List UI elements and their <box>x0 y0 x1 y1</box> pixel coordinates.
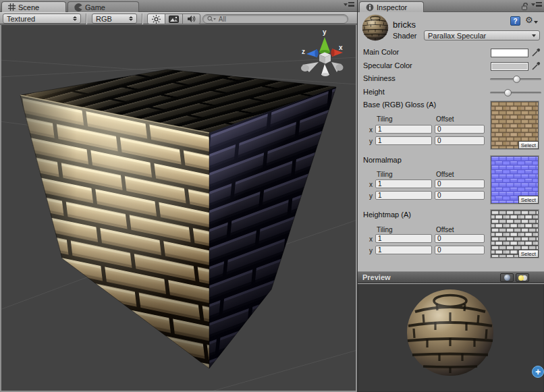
tab-scene[interactable]: Scene <box>1 1 66 12</box>
search-icon <box>207 16 216 22</box>
menu-lines-icon <box>536 2 542 7</box>
normalmap-thumbnail[interactable]: Select <box>491 156 539 204</box>
material-name: bricks <box>393 20 416 30</box>
gizmo-z-label: z <box>302 48 305 55</box>
color-channel-dropdown[interactable]: RGB <box>92 13 137 24</box>
game-icon <box>74 3 82 11</box>
base-offset-x-input[interactable] <box>435 125 485 134</box>
normalmap-select-button[interactable]: Select <box>518 196 539 204</box>
main-color-label: Main Color <box>363 48 399 56</box>
scene-viewport[interactable]: y z x <box>0 25 357 392</box>
heightmap-label: Heightmap (A) <box>363 211 411 219</box>
gizmo-y-label: y <box>323 28 327 36</box>
x-axis-label: x <box>369 181 373 188</box>
heightmap-select-button[interactable]: Select <box>518 250 539 258</box>
shininess-label: Shininess <box>363 74 396 82</box>
base-select-button[interactable]: Select <box>518 141 539 149</box>
scene-tabbar: Scene Game <box>0 0 357 12</box>
skybox-toggle-button[interactable] <box>165 13 183 24</box>
x-axis-label: x <box>369 235 373 243</box>
scene-grid-icon <box>8 3 16 11</box>
lock-icon[interactable] <box>521 2 529 11</box>
shader-value: Parallax Specular <box>428 32 529 40</box>
eyedropper-icon[interactable] <box>531 61 541 71</box>
tiling-header: Tiling <box>377 115 393 123</box>
color-channel-value: RGB <box>96 15 126 23</box>
gear-icon[interactable]: ⚙ <box>525 15 538 25</box>
height-offset-x-input[interactable] <box>435 234 485 243</box>
toolbar-separator <box>142 13 142 24</box>
preview-lighting-button[interactable] <box>516 273 529 282</box>
height-tiling-y-input[interactable] <box>375 246 432 254</box>
height-slider[interactable] <box>490 92 541 94</box>
updown-arrows-icon <box>73 16 77 21</box>
audio-toggle-button[interactable] <box>182 13 200 24</box>
speaker-icon <box>187 15 196 23</box>
inspector-body: bricks Shader Parallax Specular ? ⚙ Main… <box>358 12 544 271</box>
height-slider-knob[interactable] <box>504 89 512 96</box>
base-texture-label: Base (RGB) Gloss (A) <box>363 101 436 109</box>
material-preview-thumbnail <box>362 14 389 41</box>
eyedropper-icon[interactable] <box>531 48 541 57</box>
tab-inspector[interactable]: Inspector <box>359 1 424 12</box>
image-icon <box>169 16 179 23</box>
info-icon <box>366 3 374 11</box>
base-offset-y-input[interactable] <box>435 136 485 145</box>
scene-panel: Scene Game Textured RGB <box>0 0 357 392</box>
scene-toggle-group <box>147 13 200 24</box>
shader-dropdown[interactable]: Parallax Specular <box>424 30 540 40</box>
normal-offset-y-input[interactable] <box>435 191 485 200</box>
render-mode-value: Textured <box>7 15 70 23</box>
shininess-slider-knob[interactable] <box>513 76 520 83</box>
preview-area[interactable]: + <box>358 284 544 392</box>
render-mode-dropdown[interactable]: Textured <box>3 13 81 24</box>
height-label: Height <box>363 88 385 96</box>
heightmap-thumbnail[interactable]: Select <box>491 210 539 258</box>
normal-tiling-y-input[interactable] <box>375 191 432 200</box>
normal-offset-x-input[interactable] <box>435 179 485 188</box>
dropdown-triangle-icon <box>534 21 538 24</box>
y-axis-label: y <box>369 247 373 254</box>
dropdown-triangle-icon <box>531 3 535 6</box>
normal-tiling-x-input[interactable] <box>375 179 432 188</box>
help-icon[interactable]: ? <box>510 16 520 26</box>
inspector-panel: Inspector bricks Shader Parallax Specula… <box>358 0 544 392</box>
base-tiling-y-input[interactable] <box>375 136 432 145</box>
inspector-menu-icon[interactable] <box>531 2 542 7</box>
lighting-toggle-button[interactable] <box>147 13 165 24</box>
sun-icon <box>152 15 161 24</box>
preview-header[interactable]: Preview <box>358 271 544 283</box>
offset-header: Offset <box>436 115 454 123</box>
tab-scene-label: Scene <box>18 3 39 11</box>
preview-sphere-button[interactable] <box>500 273 514 282</box>
dropdown-triangle-icon <box>532 34 536 37</box>
scene-search-field[interactable] <box>202 14 348 24</box>
main-color-swatch[interactable] <box>491 49 528 57</box>
normalmap-label: Normalmap <box>363 156 402 164</box>
tab-inspector-label: Inspector <box>377 3 407 11</box>
gizmo-x-label: x <box>339 44 343 51</box>
scene-tab-menu-icon[interactable] <box>344 2 354 7</box>
height-tiling-x-input[interactable] <box>375 234 432 243</box>
scene-3d-view: y z x <box>0 25 357 392</box>
shininess-slider[interactable] <box>490 78 541 80</box>
y-axis-label: y <box>369 138 373 145</box>
y-axis-label: y <box>369 192 373 200</box>
preview-title: Preview <box>362 273 391 281</box>
specular-color-swatch[interactable] <box>491 62 528 71</box>
specular-color-label: Specular Color <box>363 61 412 69</box>
unity-editor-window: Scene Game Textured RGB <box>0 0 544 392</box>
scene-toolbar: Textured RGB <box>0 12 357 24</box>
height-offset-y-input[interactable] <box>435 246 485 254</box>
add-button[interactable]: + <box>532 366 544 378</box>
tab-game[interactable]: Game <box>67 1 139 12</box>
base-texture-thumbnail[interactable]: Select <box>491 101 539 149</box>
search-input[interactable] <box>219 16 344 23</box>
material-preview-render <box>358 284 544 392</box>
offset-header: Offset <box>436 226 454 233</box>
offset-header: Offset <box>436 171 454 178</box>
base-tiling-x-input[interactable] <box>375 125 432 134</box>
sphere-icon <box>504 275 510 281</box>
tiling-header: Tiling <box>377 226 393 233</box>
shader-label: Shader <box>393 32 416 40</box>
